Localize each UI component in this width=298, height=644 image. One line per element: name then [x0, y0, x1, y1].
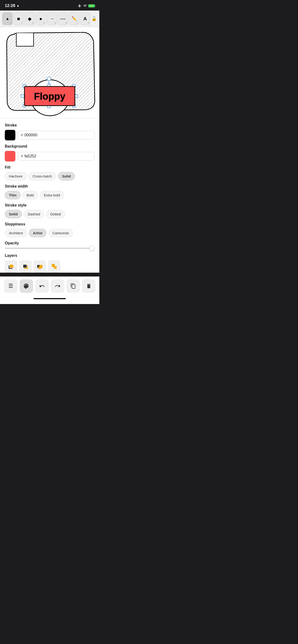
opacity-section: Opacity: [5, 241, 95, 249]
background-input-wrap[interactable]: #: [18, 152, 95, 160]
battery-indicator: ⚡: [88, 4, 95, 8]
fill-label: Fill: [5, 165, 95, 170]
palette-button[interactable]: [20, 279, 33, 293]
status-time: 12:28: [5, 3, 20, 8]
stroke-width-options: Thin Bold Extra bold: [5, 191, 95, 199]
tool-ellipse[interactable]: ● 4: [36, 12, 46, 25]
tool-arrow[interactable]: → 5: [47, 12, 57, 25]
stroke-style-dashed[interactable]: Dashed: [24, 210, 44, 218]
svg-rect-22: [54, 266, 57, 269]
svg-text:Floppy: Floppy: [34, 91, 66, 102]
wifi-icon: [83, 4, 87, 8]
tool-rectangle[interactable]: ■ 2: [14, 12, 24, 25]
status-icons: ⚡: [78, 4, 95, 8]
tool-line[interactable]: — 6: [58, 12, 68, 25]
redo-button[interactable]: [51, 279, 64, 293]
undo-button[interactable]: [35, 279, 49, 293]
send-to-back-button[interactable]: [5, 260, 17, 273]
layers-label: Layers: [5, 254, 95, 258]
sloppiness-label: Sloppiness: [5, 222, 95, 226]
sloppiness-architect[interactable]: Architect: [5, 229, 27, 237]
home-indicator: [0, 296, 99, 304]
stroke-width-extra-bold[interactable]: Extra bold: [40, 191, 64, 199]
opacity-thumb[interactable]: [89, 246, 95, 251]
layers-section: Layers: [5, 254, 95, 273]
fill-cross-hatch[interactable]: Cross-hatch: [29, 172, 56, 180]
background-swatch[interactable]: [5, 151, 15, 162]
svg-rect-6: [75, 95, 78, 98]
stroke-color-row: #: [5, 130, 95, 140]
svg-rect-15: [10, 264, 14, 268]
background-color-input[interactable]: [25, 154, 91, 158]
background-hash: #: [21, 154, 23, 158]
duplicate-button[interactable]: [66, 279, 80, 293]
stroke-style-solid[interactable]: Solid: [5, 210, 22, 218]
properties-panel: Stroke # Background # Fill Hachure Cross…: [0, 118, 99, 273]
stroke-hash: #: [21, 133, 23, 137]
layers-icons: [5, 260, 95, 273]
sloppiness-artist[interactable]: Artist: [29, 229, 46, 237]
canvas-area[interactable]: Floppy: [0, 27, 99, 118]
action-bar: ☰: [0, 276, 99, 296]
svg-rect-5: [21, 95, 24, 98]
stroke-style-label: Stroke style: [5, 203, 95, 208]
tool-select[interactable]: ▲ 1: [3, 12, 13, 25]
tool-diamond[interactable]: ◆ 3: [25, 12, 35, 25]
svg-rect-17: [23, 264, 27, 268]
toolbar: ▲ 1 ■ 2 ◆ 3 ● 4 → 5 — 6 ✏️ 7 A 8 🔓: [0, 10, 99, 27]
background-label: Background: [5, 144, 95, 148]
stroke-width-label: Stroke width: [5, 184, 95, 188]
stroke-label: Stroke: [5, 123, 95, 128]
status-bar: 12:28 ⚡: [0, 0, 99, 10]
group-button[interactable]: [34, 260, 46, 273]
airplane-icon: [78, 4, 82, 8]
menu-button[interactable]: ☰: [4, 279, 18, 293]
lock-button[interactable]: 🔓: [91, 15, 97, 22]
canvas-svg: Floppy: [0, 27, 99, 118]
fill-solid[interactable]: Solid: [58, 172, 75, 180]
stroke-style-dotted[interactable]: Dotted: [46, 210, 65, 218]
opacity-slider[interactable]: [5, 248, 95, 249]
stroke-width-thin[interactable]: Thin: [5, 191, 21, 199]
sloppiness-options: Architect Artist Cartoonist: [5, 229, 95, 237]
stroke-color-input[interactable]: [25, 133, 91, 137]
bring-to-front-button[interactable]: [19, 260, 32, 273]
ungroup-button[interactable]: [48, 260, 60, 273]
background-color-row: #: [5, 151, 95, 162]
fill-hachure[interactable]: Hachure: [5, 172, 27, 180]
stroke-swatch[interactable]: [5, 130, 15, 140]
home-bar: [34, 298, 66, 299]
stroke-width-bold[interactable]: Bold: [23, 191, 38, 199]
delete-button[interactable]: [82, 279, 95, 293]
opacity-label: Opacity: [5, 241, 95, 245]
tool-pen[interactable]: ✏️ 7: [69, 12, 79, 25]
sloppiness-cartoonist[interactable]: Cartoonist: [49, 229, 73, 237]
svg-rect-20: [38, 266, 41, 269]
fill-options: Hachure Cross-hatch Solid: [5, 172, 95, 180]
stroke-style-options: Solid Dashed Dotted: [5, 210, 95, 218]
tool-text[interactable]: A 8: [80, 12, 90, 25]
svg-point-11: [47, 77, 51, 81]
stroke-input-wrap[interactable]: #: [18, 131, 95, 140]
